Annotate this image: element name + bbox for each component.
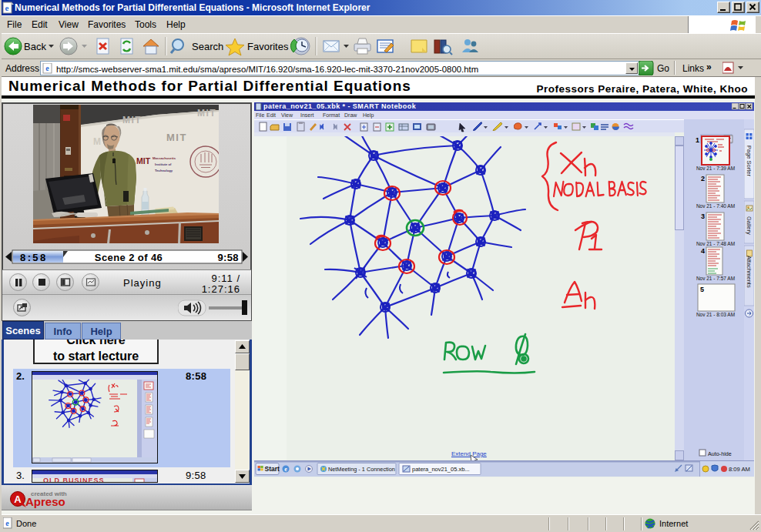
svg-text:e: e — [5, 3, 9, 12]
svg-text:OLD BUSINESS: OLD BUSINESS — [43, 477, 105, 483]
svg-text:Nov 21 - 7:57 AM: Nov 21 - 7:57 AM — [696, 276, 735, 281]
svg-text:Back: Back — [24, 41, 46, 52]
svg-text:Nov 21 - 8:03 AM: Nov 21 - 8:03 AM — [696, 312, 735, 317]
svg-text:M: M — [93, 136, 102, 147]
svg-text:Page Sorter: Page Sorter — [746, 146, 753, 177]
svg-text:2: 2 — [701, 175, 705, 182]
svg-text:Nov 21 - 7:39 AM: Nov 21 - 7:39 AM — [696, 166, 735, 171]
svg-text:1: 1 — [696, 136, 699, 144]
svg-text:Scene 2 of 46: Scene 2 of 46 — [95, 252, 163, 263]
svg-text:Technology: Technology — [155, 169, 173, 172]
svg-text:MIT: MIT — [122, 115, 142, 125]
svg-text:4: 4 — [701, 247, 705, 255]
svg-text:patera_nov21_05.xb...: patera_nov21_05.xb... — [412, 466, 470, 473]
svg-text:Start: Start — [265, 465, 280, 473]
svg-text:MIT: MIT — [166, 132, 187, 143]
svg-text:NetMeeting - 1 Connection: NetMeeting - 1 Connection — [328, 466, 395, 473]
svg-text:3: 3 — [701, 212, 705, 220]
svg-text:Nov 21 - 7:40 AM: Nov 21 - 7:40 AM — [696, 203, 735, 209]
svg-text:e: e — [284, 466, 287, 473]
svg-text:MIT: MIT — [136, 156, 151, 166]
svg-text:Nov 21 - 7:48 AM: Nov 21 - 7:48 AM — [696, 241, 735, 246]
svg-text:MIT: MIT — [197, 108, 216, 119]
svg-text:Auto-hide: Auto-hide — [708, 450, 732, 457]
svg-text:Institute of: Institute of — [155, 162, 172, 166]
svg-text:5: 5 — [700, 286, 704, 293]
svg-text:e: e — [5, 519, 9, 527]
svg-text:9:58: 9:58 — [217, 252, 239, 263]
svg-text:e: e — [45, 64, 49, 72]
svg-text:Gallery: Gallery — [746, 216, 753, 235]
svg-text:Attachments: Attachments — [746, 256, 753, 288]
svg-text:Favorites: Favorites — [247, 41, 289, 52]
svg-text:Search: Search — [192, 41, 223, 52]
svg-text:Massachusetts: Massachusetts — [153, 156, 176, 160]
svg-text:Apreso: Apreso — [25, 495, 65, 508]
svg-text:A: A — [14, 494, 22, 505]
svg-text:8:58: 8:58 — [20, 252, 48, 263]
svg-text:8:09 AM: 8:09 AM — [729, 466, 750, 473]
svg-text:Go: Go — [657, 63, 669, 74]
